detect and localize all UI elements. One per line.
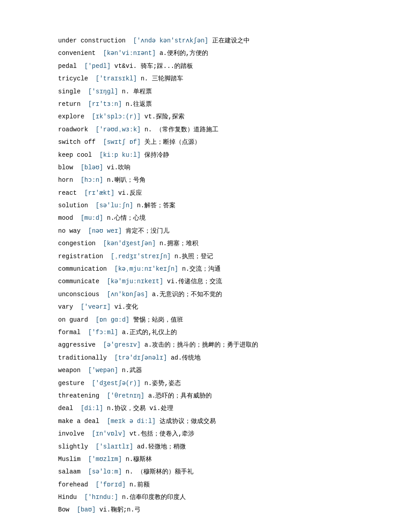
vocab-definition: a.便利的,方便的: [156, 50, 209, 57]
vocab-entry: under construction ['ʌndə kən'strʌkʃən] …: [58, 36, 353, 46]
vocab-entry: forehead ['fɒrɪd] n.前额: [58, 480, 353, 490]
vocab-definition: n.武器: [118, 367, 142, 374]
vocab-word: react: [58, 189, 77, 197]
vocab-word: make a deal: [58, 418, 99, 425]
vocab-word: traditionally: [58, 354, 107, 361]
vocab-phonetic: ['ʌndə kən'strʌkʃən]: [126, 37, 208, 44]
vocab-entry: aggressive [ə'gresɪv] a.攻击的；挑斗的；挑衅的；勇于进取…: [58, 340, 353, 350]
vocab-word: gesture: [58, 380, 84, 387]
vocab-definition: n.姿势,姿态: [141, 380, 181, 387]
vocab-phonetic: [rɪ'ækt]: [77, 189, 114, 197]
vocab-entry: make a deal [meɪk ə diːl] 达成协议；做成交易: [58, 416, 353, 426]
vocab-word: solution: [58, 202, 88, 209]
vocab-entry: traditionally [trə'dɪʃənəlɪ] ad.传统地: [58, 353, 353, 363]
vocab-word: tricycle: [58, 75, 88, 82]
vocab-word: Muslim: [58, 456, 80, 463]
vocab-definition: n.喇叭；号角: [103, 176, 146, 184]
vocab-word: single: [58, 88, 80, 95]
vocab-phonetic: [kə'mjuːnɪkeɪt]: [99, 278, 163, 285]
vocab-entry: roadwork ['rəʊdˌwɜːk] n. （常作复数）道路施工: [58, 125, 353, 134]
vocab-entry: communication [kəˌmjuːnɪ'keɪʃn] n.交流；沟通: [58, 264, 353, 274]
vocab-phonetic: [kəˌmjuːnɪ'keɪʃn]: [107, 265, 178, 272]
vocab-entry: keep cool [kiːp kuːl] 保持冷静: [58, 150, 353, 160]
vocab-phonetic: [bləʊ]: [73, 164, 103, 171]
vocab-phonetic: [hɔːn]: [73, 176, 103, 184]
vocab-word: blow: [58, 164, 73, 171]
vocab-word: keep cool: [58, 151, 92, 159]
vocab-word: mood: [58, 214, 73, 222]
vocab-phonetic: [ˌredʒɪ'streɪʃn]: [103, 253, 171, 260]
vocab-phonetic: ['traɪsɪkl]: [88, 75, 137, 82]
vocab-phonetic: [ɒn gɑːd]: [88, 316, 130, 323]
vocab-phonetic: [sə'luːʃn]: [88, 202, 133, 209]
vocab-phonetic: [kən'viːnɪənt]: [96, 50, 156, 57]
vocab-word: explore: [58, 113, 84, 120]
vocab-word: return: [58, 101, 80, 108]
vocab-definition: vi.变化: [111, 303, 138, 310]
vocab-word: formal: [58, 329, 80, 336]
vocab-phonetic: [trə'dɪʃənəlɪ]: [107, 354, 167, 361]
vocab-entry: horn [hɔːn] n.喇叭；号角: [58, 175, 353, 185]
vocab-entry: registration [ˌredʒɪ'streɪʃn] n.执照；登记: [58, 251, 353, 261]
vocab-entry: communicate [kə'mjuːnɪkeɪt] vi.传递信息；交流: [58, 276, 353, 286]
vocab-entry: no way [nəʊ weɪ] 肯定不；没门儿: [58, 226, 353, 236]
vocab-definition: n. 三轮脚踏车: [137, 75, 184, 82]
vocab-entry: involve [ɪn'vɒlv] vt.包括；使卷入,牵涉: [58, 429, 353, 439]
vocab-definition: vt.包括；使卷入,牵涉: [126, 430, 194, 437]
vocab-entry: vary ['veərɪ] vi.变化: [58, 302, 353, 312]
vocab-entry: deal [diːl] n.协议，交易 vi.处理: [58, 403, 353, 413]
vocab-word: deal: [58, 405, 73, 412]
vocab-definition: vi.鞠躬;n.弓: [96, 506, 141, 513]
vocab-word: convenient: [58, 50, 96, 57]
vocab-word: Bow: [58, 506, 69, 513]
vocab-word: vary: [58, 303, 73, 310]
vocab-entry: on guard [ɒn gɑːd] 警惕；站岗，值班: [58, 315, 353, 325]
vocab-entry: solution [sə'luːʃn] n.解答；答案: [58, 201, 353, 210]
vocab-phonetic: ['rəʊdˌwɜːk]: [88, 126, 141, 133]
vocab-phonetic: ['slaɪtlɪ]: [88, 443, 133, 450]
vocab-phonetic: [ʌn'kɒnʃəs]: [99, 291, 148, 298]
vocab-word: unconscious: [58, 291, 99, 298]
vocab-entry: slightly ['slaɪtlɪ] ad.轻微地；稍微: [58, 442, 353, 452]
vocab-entry: Muslim ['mʊzlɪm] n.穆斯林: [58, 454, 353, 464]
vocab-definition: n.穆斯林: [122, 456, 152, 463]
vocab-entry: return [rɪ'tɜːn] n.往返票: [58, 99, 353, 109]
vocab-entry: switch off [swɪtʃ ɒf] 关上；断掉（点源）: [58, 137, 353, 147]
vocab-definition: 关上；断掉（点源）: [141, 138, 201, 146]
vocab-word: horn: [58, 176, 73, 184]
vocab-phonetic: [baʊ]: [69, 506, 96, 513]
vocabulary-list: under construction ['ʌndə kən'strʌkʃən] …: [58, 36, 353, 515]
vocab-word: pedal: [58, 63, 77, 70]
vocab-entry: blow [bləʊ] vi.吹响: [58, 163, 353, 172]
vocab-definition: 保持冷静: [141, 151, 169, 159]
vocab-entry: Bow [baʊ] vi.鞠躬;n.弓: [58, 505, 353, 515]
vocab-phonetic: ['fɒrɪd]: [88, 481, 126, 488]
vocab-entry: mood [muːd] n.心情；心境: [58, 213, 353, 223]
vocab-definition: n. 单程票: [118, 88, 152, 95]
vocab-word: aggressive: [58, 341, 96, 348]
vocab-definition: n.往返票: [122, 101, 152, 108]
vocab-definition: ad.轻微地；稍微: [133, 443, 186, 450]
vocab-definition: n. （穆斯林的）额手礼: [122, 468, 193, 475]
vocab-word: no way: [58, 227, 80, 235]
vocab-entry: formal ['fɔːml] a.正式的,礼仪上的: [58, 327, 353, 337]
vocab-entry: salaam [sə'lɑːm] n. （穆斯林的）额手礼: [58, 467, 353, 477]
vocab-word: under construction: [58, 37, 126, 44]
vocab-definition: a.攻击的；挑斗的；挑衅的；勇于进取的: [141, 341, 258, 348]
vocab-entry: convenient [kən'viːnɪənt] a.便利的,方便的: [58, 48, 353, 58]
vocab-phonetic: ['θretnɪŋ]: [99, 392, 144, 399]
vocab-entry: threatening ['θretnɪŋ] a.恐吓的；具有威胁的: [58, 391, 353, 401]
vocab-phonetic: [sə'lɑːm]: [80, 468, 122, 475]
vocab-definition: vt&vi. 骑车;踩...的踏板: [111, 63, 193, 70]
vocab-phonetic: [muːd]: [73, 214, 103, 222]
vocab-definition: a.正式的,礼仪上的: [118, 329, 177, 336]
vocab-definition: vi.吹响: [103, 164, 131, 171]
vocab-entry: pedal ['pedl] vt&vi. 骑车;踩...的踏板: [58, 61, 353, 71]
vocab-word: weapon: [58, 367, 80, 374]
vocab-entry: single ['sɪŋgl] n. 单程票: [58, 87, 353, 96]
vocab-definition: n.信奉印度教的印度人: [118, 494, 186, 501]
vocab-definition: n.交流；沟通: [178, 265, 221, 272]
vocab-entry: react [rɪ'ækt] vi.反应: [58, 188, 353, 198]
vocab-definition: 正在建设之中: [208, 37, 249, 44]
vocab-phonetic: ['veərɪ]: [73, 303, 111, 310]
